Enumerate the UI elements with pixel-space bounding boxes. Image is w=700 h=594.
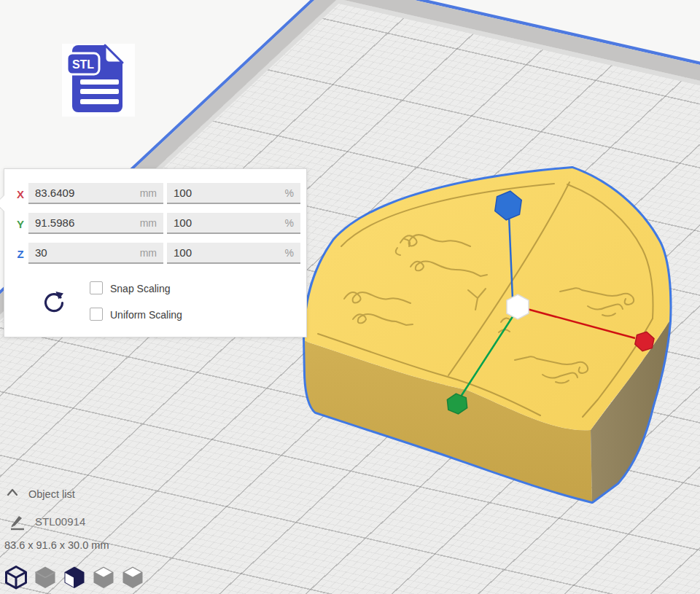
x-size-unit: mm <box>140 187 157 199</box>
y-size-input[interactable]: 91.5986 mm <box>28 213 163 234</box>
chevron-up-icon <box>8 490 17 495</box>
y-size-unit: mm <box>140 217 157 229</box>
panel-notch <box>0 195 12 212</box>
z-size-value: 30 <box>35 246 47 259</box>
z-size-input[interactable]: 30 mm <box>28 243 163 264</box>
z-percent-input[interactable]: 100 % <box>167 243 300 264</box>
object-list-header: Object list <box>28 488 75 500</box>
top-view-icon <box>65 567 85 589</box>
view-button-left-side[interactable] <box>90 564 117 590</box>
z-size-unit: mm <box>140 247 157 259</box>
view-button-3d[interactable] <box>3 564 29 590</box>
x-percent-unit: % <box>285 187 294 199</box>
z-axis-label: Z <box>15 243 26 265</box>
x-axis-label: X <box>15 183 26 206</box>
stl-document-icon: STL <box>62 44 135 117</box>
view-button-right-side[interactable] <box>120 564 146 590</box>
pencil-icon <box>9 513 26 531</box>
y-percent-unit: % <box>285 217 294 229</box>
y-axis-label: Y <box>15 213 26 235</box>
right-side-view-icon <box>123 567 143 589</box>
3d-viewport[interactable]: X 83.6409 mm 100 % Y 91.5986 mm 100 % Z … <box>0 0 700 594</box>
object-list-item[interactable]: STL00914 <box>7 512 226 531</box>
z-percent-value: 100 <box>174 246 192 259</box>
x-percent-input[interactable]: 100 % <box>167 183 300 204</box>
left-side-view-icon <box>94 567 114 589</box>
x-percent-value: 100 <box>174 187 192 199</box>
camera-view-toolbar <box>3 564 146 590</box>
x-size-input[interactable]: 83.6409 mm <box>28 183 163 204</box>
reset-scale-button[interactable] <box>41 288 67 314</box>
y-size-value: 91.5986 <box>35 216 74 229</box>
y-percent-value: 100 <box>174 216 192 229</box>
snap-scaling-checkbox[interactable] <box>90 281 103 294</box>
front-view-icon <box>36 567 55 589</box>
snap-scaling-label: Snap Scaling <box>110 283 171 294</box>
y-percent-input[interactable]: 100 % <box>167 213 300 234</box>
uniform-scaling-label: Uniform Scaling <box>110 309 182 321</box>
object-list-item-name: STL00914 <box>35 515 85 528</box>
view-button-top[interactable] <box>61 564 88 590</box>
stl-badge-text: STL <box>72 58 94 71</box>
view-button-front[interactable] <box>32 564 58 590</box>
z-percent-unit: % <box>285 247 294 259</box>
object-list-collapse-button[interactable] <box>6 487 19 499</box>
uniform-scaling-checkbox[interactable] <box>90 308 103 321</box>
3d-view-icon <box>7 567 26 589</box>
gizmo-center-handle[interactable] <box>507 294 529 319</box>
x-size-value: 83.6409 <box>35 187 74 199</box>
stl-file-icon: STL <box>62 44 135 117</box>
scale-tool-panel: X 83.6409 mm 100 % Y 91.5986 mm 100 % Z … <box>4 168 307 337</box>
model-dimensions-readout: 83.6 x 91.6 x 30.0 mm <box>4 539 109 551</box>
